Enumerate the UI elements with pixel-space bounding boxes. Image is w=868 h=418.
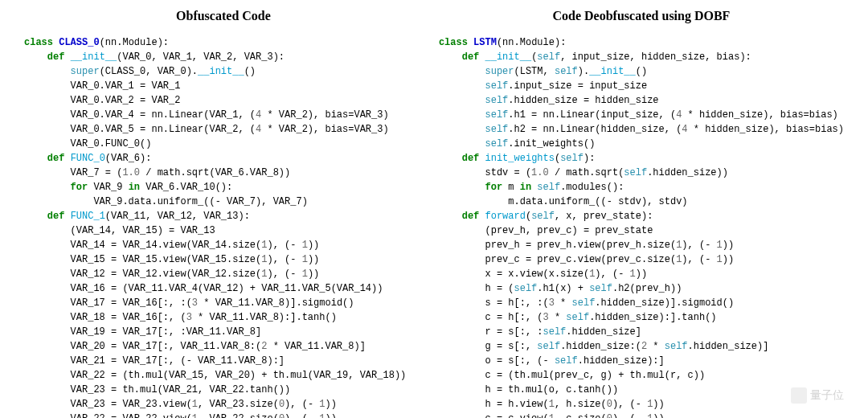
watermark: 量子位 — [791, 387, 844, 404]
left-title: Obfuscated Code — [24, 6, 423, 26]
left-panel: Obfuscated Code class CLASS_0(nn.Module)… — [16, 6, 431, 412]
watermark-text: 量子位 — [810, 387, 844, 404]
code-comparison: Obfuscated Code class CLASS_0(nn.Module)… — [0, 0, 868, 418]
left-code: class CLASS_0(nn.Module): def __init__(V… — [24, 35, 423, 418]
right-code: class LSTM(nn.Module): def __init__(self… — [439, 35, 844, 418]
right-title: Code Deobfuscated using DOBF — [439, 6, 844, 26]
watermark-icon — [791, 387, 807, 404]
right-panel: Code Deobfuscated using DOBF class LSTM(… — [431, 6, 852, 412]
